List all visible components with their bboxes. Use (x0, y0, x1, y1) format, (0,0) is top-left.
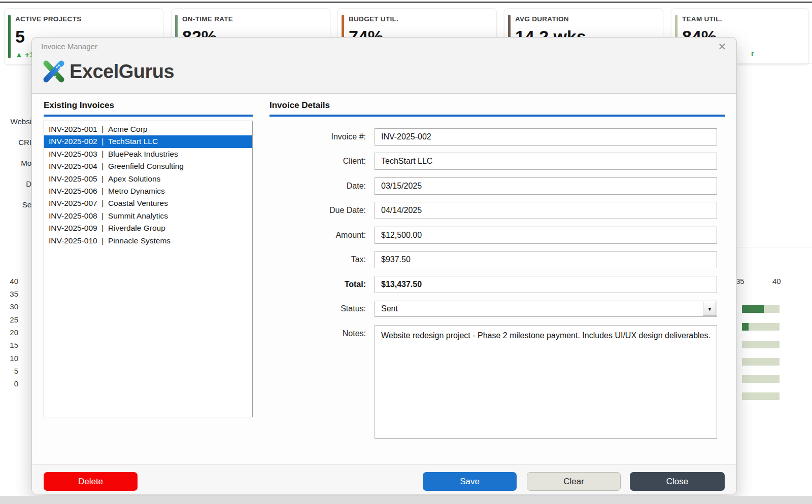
bg-axis-tick: 35 (0, 290, 18, 298)
kpi-value: 5 (15, 27, 25, 47)
kpi-delta-fragment: r (751, 49, 754, 57)
kpi-delta: ▲ +1 (15, 50, 33, 59)
client-field[interactable] (375, 153, 717, 170)
bg-axis-tick: 15 (0, 341, 18, 349)
due-date-field[interactable] (375, 202, 717, 219)
invoice-details-heading: Invoice Details (269, 100, 330, 111)
kpi-label: TEAM UTIL. (682, 15, 722, 23)
close-button[interactable]: Close (630, 472, 725, 491)
invoice-list-item[interactable]: INV-2025-003 | BluePeak Industries (44, 148, 252, 160)
bg-card-edge (737, 247, 812, 247)
save-button[interactable]: Save (423, 472, 517, 491)
invoice-list-item[interactable]: INV-2025-008 | Summit Analytics (44, 210, 252, 222)
bg-card-edge (737, 63, 812, 64)
bg-bar (742, 305, 780, 313)
invoice-list-item[interactable]: INV-2025-004 | Greenfield Consulting (44, 160, 252, 172)
notes-field[interactable]: Website redesign project - Phase 2 miles… (375, 325, 717, 439)
bg-chart-category-label: Se (0, 200, 31, 209)
dialog-title: Invoice Manager (41, 42, 97, 51)
bg-axis-tick: 35 (736, 277, 745, 285)
brand-name: ExcelGurus (70, 61, 174, 83)
chevron-down-icon[interactable]: ▼ (703, 302, 716, 316)
heading-accent-rule (44, 115, 253, 117)
bg-chart-category-label: CRI (0, 138, 31, 147)
bg-axis-tick: 25 (0, 315, 18, 324)
bg-bar (742, 358, 780, 366)
invoice-list-item[interactable]: INV-2025-009 | Riverdale Group (44, 222, 252, 234)
tax-field[interactable] (375, 251, 717, 268)
status-label: Status: (259, 301, 366, 317)
total-field[interactable] (375, 276, 717, 293)
due-date-label: Due Date: (259, 202, 366, 219)
bg-axis-tick: 40 (0, 277, 18, 285)
kpi-label: ACTIVE PROJECTS (15, 15, 82, 23)
bg-axis-tick: 0 (0, 379, 18, 388)
date-field[interactable] (375, 177, 717, 195)
invoice-list-item[interactable]: INV-2025-010 | Pinnacle Systems (44, 235, 252, 247)
amount-field[interactable] (375, 227, 717, 244)
invoice-list-item[interactable]: INV-2025-002 | TechStart LLC (44, 135, 252, 148)
bg-chart-category-label: Websi (0, 117, 31, 126)
invoice-listbox[interactable]: INV-2025-001 | Acme Corp INV-2025-002 | … (44, 121, 253, 417)
bg-chart-category-label: Mo (0, 159, 31, 167)
bg-chart-category-label: D (0, 179, 31, 188)
bg-bar (742, 392, 780, 400)
close-icon[interactable]: ✕ (715, 40, 729, 54)
heading-accent-rule (269, 115, 725, 117)
invoice-manager-dialog: Invoice Manager ✕ ExcelGurus Existing In… (31, 37, 737, 494)
amount-label: Amount: (259, 227, 366, 244)
bg-axis-tick: 40 (772, 277, 781, 285)
tax-label: Tax: (259, 251, 366, 268)
status-dropdown[interactable]: Sent ▼ (375, 301, 717, 317)
invoice-number-field[interactable] (375, 128, 717, 146)
kpi-label: AVG DURATION (515, 15, 569, 23)
kpi-accent-bar (8, 15, 11, 58)
bg-axis-tick: 10 (0, 354, 18, 363)
existing-invoices-heading: Existing Invoices (44, 100, 114, 111)
excelgurus-x-icon (41, 60, 66, 83)
bg-axis-tick: 5 (0, 367, 18, 375)
bg-axis-tick: 30 (0, 302, 18, 311)
invoice-list-item[interactable]: INV-2025-006 | Metro Dynamics (44, 185, 252, 197)
invoice-list-item[interactable]: INV-2025-007 | Coastal Ventures (44, 197, 252, 209)
window-top-border (0, 2, 812, 3)
date-label: Date: (259, 177, 366, 195)
delete-button[interactable]: Delete (44, 472, 138, 491)
invoice-number-label: Invoice #: (259, 128, 366, 146)
kpi-label: BUDGET UTIL. (349, 15, 398, 23)
bg-bar (742, 375, 780, 383)
bg-axis-tick: 20 (0, 328, 18, 337)
bg-bar (742, 341, 780, 348)
notes-label: Notes: (259, 325, 366, 342)
kpi-label: ON-TIME RATE (182, 15, 233, 23)
invoice-list-item[interactable]: INV-2025-005 | Apex Solutions (44, 173, 252, 185)
invoice-list-item[interactable]: INV-2025-001 | Acme Corp (44, 123, 252, 135)
clear-button[interactable]: Clear (527, 472, 621, 491)
brand-logo: ExcelGurus (41, 60, 174, 83)
page-bottom-strip (0, 496, 812, 504)
client-label: Client: (259, 153, 366, 170)
status-value: Sent (381, 301, 398, 316)
bg-bar (742, 323, 780, 331)
total-label: Total: (259, 276, 366, 293)
